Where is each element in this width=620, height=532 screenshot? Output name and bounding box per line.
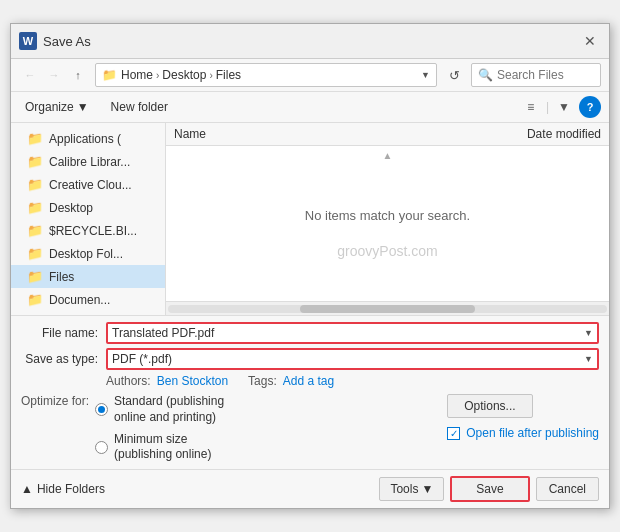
sidebar-item-label: $RECYCLE.BI...: [49, 224, 137, 238]
sidebar: 📁 Applications ( 📁 Calibre Librar... 📁 C…: [11, 123, 166, 315]
forward-button[interactable]: →: [43, 64, 65, 86]
scrollbar-track[interactable]: [168, 305, 607, 313]
close-button[interactable]: ✕: [579, 30, 601, 52]
breadcrumb-sep1: ›: [156, 70, 159, 81]
breadcrumb-dropdown-icon[interactable]: ▼: [421, 70, 430, 80]
save-as-dialog: W Save As ✕ ← → ↑ 📁 Home › Desktop › Fil…: [10, 23, 610, 508]
folder-icon: 📁: [27, 131, 43, 146]
help-button[interactable]: ?: [579, 96, 601, 118]
standard-radio[interactable]: [95, 403, 108, 416]
meta-row: Authors: Ben Stockton Tags: Add a tag: [21, 374, 599, 388]
word-icon: W: [19, 32, 37, 50]
open-after-label[interactable]: Open file after publishing: [466, 426, 599, 440]
folder-icon: 📁: [27, 200, 43, 215]
no-items-message: No items match your search.: [305, 208, 470, 223]
folder-icon: 📁: [27, 154, 43, 169]
file-name-dropdown-icon: ▼: [584, 328, 593, 338]
tools-button[interactable]: Tools ▼: [379, 477, 444, 501]
sidebar-item-label: Files: [49, 270, 74, 284]
save-as-type-input[interactable]: PDF (*.pdf) ▼: [106, 348, 599, 370]
hide-folders-label: Hide Folders: [37, 482, 105, 496]
sidebar-item-recycle[interactable]: 📁 $RECYCLE.BI...: [11, 219, 165, 242]
sidebar-item-label: Desktop Fol...: [49, 247, 123, 261]
folder-icon: 📁: [27, 246, 43, 261]
open-after-checkbox[interactable]: [447, 427, 460, 440]
save-as-type-value: PDF (*.pdf): [112, 352, 172, 366]
sidebar-item-desktop-folder[interactable]: 📁 Desktop Fol...: [11, 242, 165, 265]
sidebar-item-label: Creative Clou...: [49, 178, 132, 192]
breadcrumb-folder-icon: 📁: [102, 68, 117, 82]
sidebar-item-desktop[interactable]: 📁 Desktop: [11, 196, 165, 219]
breadcrumb-sep2: ›: [209, 70, 212, 81]
sidebar-item-label: Desktop: [49, 201, 93, 215]
standard-radio-label: Standard (publishing online and printing…: [114, 394, 224, 425]
main-content: 📁 Applications ( 📁 Calibre Librar... 📁 C…: [11, 123, 609, 315]
refresh-button[interactable]: ↺: [443, 64, 465, 86]
scroll-up-indicator: ▲: [166, 146, 609, 165]
horizontal-scrollbar[interactable]: [166, 301, 609, 315]
authors-value[interactable]: Ben Stockton: [157, 374, 228, 388]
col-date-header: Date modified: [451, 127, 601, 141]
view-more-button[interactable]: ▼: [553, 96, 575, 118]
dialog-title: Save As: [43, 34, 91, 49]
minimum-radio-label: Minimum size (publishing online): [114, 432, 211, 463]
minimum-radio-row: Minimum size (publishing online): [95, 432, 224, 463]
title-bar-left: W Save As: [19, 32, 91, 50]
sidebar-item-applications[interactable]: 📁 Applications (: [11, 127, 165, 150]
organize-arrow-icon: ▼: [77, 100, 89, 114]
file-header: Name Date modified: [166, 123, 609, 146]
options-button[interactable]: Options...: [447, 394, 532, 418]
tools-dropdown-icon: ▼: [421, 482, 433, 496]
save-as-dropdown-icon: ▼: [584, 354, 593, 364]
search-box: 🔍: [471, 63, 601, 87]
breadcrumb-level2: Files: [216, 68, 241, 82]
nav-buttons: ← → ↑: [19, 64, 89, 86]
sidebar-item-creative-cloud[interactable]: 📁 Creative Clou...: [11, 173, 165, 196]
view-list-button[interactable]: ≡: [520, 96, 542, 118]
action-bar: Organize ▼ New folder ≡ | ▼ ?: [11, 92, 609, 123]
breadcrumb-bar[interactable]: 📁 Home › Desktop › Files ▼: [95, 63, 437, 87]
file-name-input[interactable]: Translated PDF.pdf ▼: [106, 322, 599, 344]
bottom-section: File name: Translated PDF.pdf ▼ Save as …: [11, 315, 609, 468]
save-button[interactable]: Save: [450, 476, 529, 502]
minimum-radio[interactable]: [95, 441, 108, 454]
sidebar-item-label: Documen...: [49, 293, 110, 307]
breadcrumb-level1: Desktop: [162, 68, 206, 82]
save-as-type-row: Save as type: PDF (*.pdf) ▼: [21, 348, 599, 370]
up-button[interactable]: ↑: [67, 64, 89, 86]
search-input[interactable]: [497, 68, 620, 82]
hide-folders-button[interactable]: ▲ Hide Folders: [21, 482, 105, 496]
view-options: ≡ | ▼ ?: [520, 96, 601, 118]
add-tag-link[interactable]: Add a tag: [283, 374, 334, 388]
sidebar-item-calibre[interactable]: 📁 Calibre Librar...: [11, 150, 165, 173]
file-area: Name Date modified ▲ No items match your…: [166, 123, 609, 315]
authors-item: Authors: Ben Stockton: [106, 374, 228, 388]
optimize-label: Optimize for:: [21, 394, 89, 408]
footer-right: Tools ▼ Save Cancel: [379, 476, 599, 502]
chevron-down-icon: ▲: [21, 482, 33, 496]
sidebar-item-files[interactable]: 📁 Files: [11, 265, 165, 288]
organize-button[interactable]: Organize ▼: [19, 97, 95, 117]
file-name-label: File name:: [21, 326, 106, 340]
save-as-label: Save as type:: [21, 352, 106, 366]
tags-label: Tags:: [248, 374, 277, 388]
folder-icon: 📁: [27, 177, 43, 192]
sidebar-item-label: Applications (: [49, 132, 121, 146]
scrollbar-thumb[interactable]: [300, 305, 476, 313]
footer-bar: ▲ Hide Folders Tools ▼ Save Cancel: [11, 469, 609, 508]
col-name-header: Name: [174, 127, 451, 141]
right-options: Options... Open file after publishing: [447, 394, 599, 440]
back-button[interactable]: ←: [19, 64, 41, 86]
standard-radio-row: Standard (publishing online and printing…: [95, 394, 224, 425]
view-separator: |: [546, 100, 549, 114]
nav-toolbar: ← → ↑ 📁 Home › Desktop › Files ▼ ↺ 🔍: [11, 59, 609, 92]
checkbox-row: Open file after publishing: [447, 426, 599, 440]
search-icon: 🔍: [478, 68, 493, 82]
folder-icon: 📁: [27, 269, 43, 284]
folder-icon: 📁: [27, 292, 43, 307]
watermark-text: groovyPost.com: [337, 243, 437, 259]
sidebar-item-documents[interactable]: 📁 Documen...: [11, 288, 165, 311]
new-folder-button[interactable]: New folder: [103, 97, 176, 117]
file-name-value: Translated PDF.pdf: [112, 326, 214, 340]
cancel-button[interactable]: Cancel: [536, 477, 599, 501]
